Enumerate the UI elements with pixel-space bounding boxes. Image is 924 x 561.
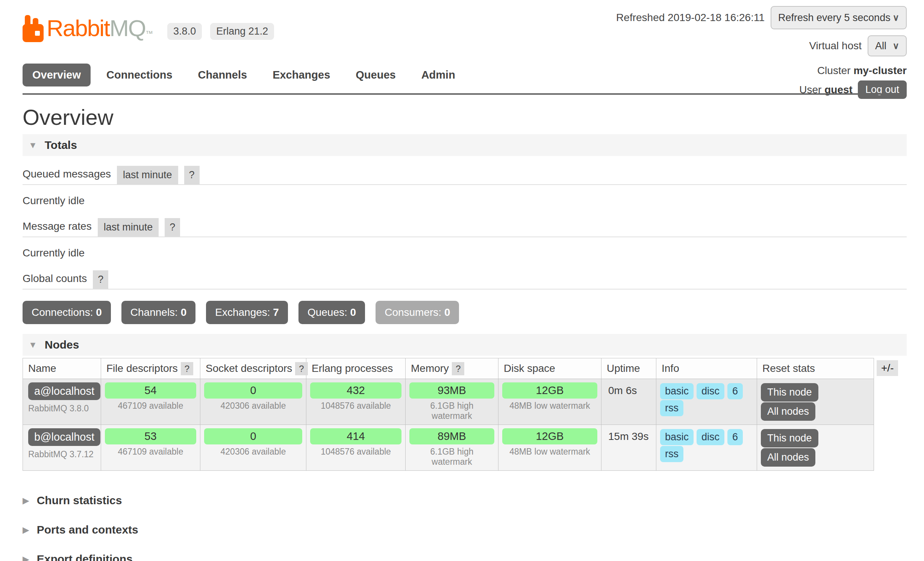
queues-counter-button[interactable]: Queues: 0 xyxy=(298,301,365,324)
rabbitmq-version-badge: 3.8.0 xyxy=(167,23,202,40)
disk-cell: 12GB 48MB low watermark xyxy=(498,379,601,425)
sd-cell: 0 420306 available xyxy=(200,379,306,425)
section-nodes-label: Nodes xyxy=(45,338,79,351)
sd-cell: 0 420306 available xyxy=(200,425,306,471)
tab-channels[interactable]: Channels xyxy=(188,64,257,86)
nodes-table: Name File descriptors? Socket descriptor… xyxy=(23,358,874,471)
message-rates-range-tab[interactable]: last minute xyxy=(98,218,159,237)
node-name-badge[interactable]: b@localhost xyxy=(28,428,100,446)
memory-cell: 93MB 6.1GB high watermark xyxy=(406,379,498,425)
section-ports-and-contexts[interactable]: ▶ Ports and contexts xyxy=(23,523,907,536)
node-row-b: b@localhost RabbitMQ 3.7.12 53 467109 av… xyxy=(23,425,874,471)
chevron-down-icon: ∨ xyxy=(892,12,899,23)
info-cell: basicdisc6rss xyxy=(656,379,757,425)
disk-bar: 12GB xyxy=(502,428,597,444)
section-churn-statistics[interactable]: ▶ Churn statistics xyxy=(23,494,907,507)
info-tag-rss: rss xyxy=(660,400,683,416)
info-tag-rss: rss xyxy=(660,446,683,462)
node-row-a: a@localhost RabbitMQ 3.8.0 54 467109 ava… xyxy=(23,379,874,425)
disk-watermark: 48MB low watermark xyxy=(502,447,597,457)
section-export-definitions[interactable]: ▶ Export definitions xyxy=(23,553,907,561)
proc-available: 1048576 available xyxy=(310,447,401,457)
counter-value: 0 xyxy=(181,306,187,318)
tab-exchanges[interactable]: Exchanges xyxy=(263,64,340,86)
col-uptime: Uptime xyxy=(601,358,656,379)
logo-row: RabbitMQ™ 3.8.0 Erlang 21.2 xyxy=(23,14,274,42)
nav-divider xyxy=(23,93,907,95)
help-icon[interactable]: ? xyxy=(165,218,180,237)
node-version: RabbitMQ 3.7.12 xyxy=(28,449,97,459)
col-name: Name xyxy=(23,358,101,379)
triangle-right-icon: ▶ xyxy=(23,496,29,505)
help-icon[interactable]: ? xyxy=(452,362,464,375)
nav-tabs: Overview Connections Channels Exchanges … xyxy=(23,64,471,86)
message-rates-row: Message rates last minute ? xyxy=(23,218,907,237)
uptime-value: 0m 6s xyxy=(605,382,652,397)
reset-stats-cell: This nodeAll nodes xyxy=(757,379,874,425)
counter-label: Channels: xyxy=(130,306,178,318)
triangle-down-icon: ▼ xyxy=(29,341,37,349)
queued-messages-range-tab[interactable]: last minute xyxy=(117,166,178,184)
section-label: Export definitions xyxy=(37,553,133,561)
info-tag-basic: basic xyxy=(660,429,694,445)
virtual-host-select[interactable]: All ∨ xyxy=(868,35,907,56)
node-name-badge[interactable]: a@localhost xyxy=(28,382,100,400)
reset-all-nodes-button[interactable]: All nodes xyxy=(761,402,815,421)
message-rates-label: Message rates xyxy=(23,220,92,235)
refresh-interval-select[interactable]: Refresh every 5 seconds ∨ xyxy=(771,6,907,29)
global-counts-row: Global counts ? xyxy=(23,270,907,290)
reset-this-node-button[interactable]: This node xyxy=(761,429,818,447)
section-totals-header[interactable]: ▼ Totals xyxy=(23,134,907,156)
memory-bar: 93MB xyxy=(409,382,494,399)
queued-messages-label: Queued messages xyxy=(23,168,111,182)
triangle-down-icon: ▼ xyxy=(29,141,37,150)
memory-watermark: 6.1GB high watermark xyxy=(409,447,494,467)
brand-secondary: MQ xyxy=(109,15,145,41)
tab-queues[interactable]: Queues xyxy=(346,64,405,86)
tab-connections[interactable]: Connections xyxy=(97,64,182,86)
node-name-cell: a@localhost RabbitMQ 3.8.0 xyxy=(23,379,101,425)
section-label: Churn statistics xyxy=(37,494,122,507)
info-tag-basic: basic xyxy=(660,383,694,399)
global-counts-label: Global counts xyxy=(23,273,87,287)
channels-counter-button[interactable]: Channels: 0 xyxy=(121,301,195,324)
fd-available: 467109 available xyxy=(105,447,196,457)
queued-messages-row: Queued messages last minute ? xyxy=(23,166,907,185)
info-tag-disc: disc xyxy=(697,429,724,445)
fd-cell: 53 467109 available xyxy=(101,425,200,471)
rabbitmq-logo-icon xyxy=(23,14,44,42)
section-label: Ports and contexts xyxy=(37,523,138,536)
logout-button[interactable]: Log out xyxy=(858,80,907,99)
version-badges: 3.8.0 Erlang 21.2 xyxy=(167,23,274,40)
tab-overview[interactable]: Overview xyxy=(23,64,91,86)
page-title: Overview xyxy=(23,105,907,130)
tab-admin[interactable]: Admin xyxy=(412,64,465,86)
erlang-version-badge: Erlang 21.2 xyxy=(210,23,274,40)
chevron-down-icon: ∨ xyxy=(892,41,899,51)
connections-counter-button[interactable]: Connections: 0 xyxy=(23,301,111,324)
cluster-label: Cluster xyxy=(817,65,851,77)
reset-all-nodes-button[interactable]: All nodes xyxy=(761,448,815,467)
queued-idle-text: Currently idle xyxy=(23,195,907,207)
fd-bar: 54 xyxy=(105,382,196,399)
proc-bar: 432 xyxy=(310,382,401,399)
help-icon[interactable]: ? xyxy=(184,166,200,184)
uptime-cell: 15m 39s xyxy=(601,425,656,471)
section-nodes-header[interactable]: ▼ Nodes xyxy=(23,334,907,356)
counter-label: Exchanges: xyxy=(215,306,270,318)
rabbitmq-logo[interactable]: RabbitMQ™ xyxy=(23,14,152,42)
help-icon[interactable]: ? xyxy=(93,270,108,289)
virtual-host-label: Virtual host xyxy=(809,40,862,52)
disk-cell: 12GB 48MB low watermark xyxy=(498,425,601,471)
refresh-interval-value: Refresh every 5 seconds xyxy=(778,12,891,24)
header-controls: Refreshed 2019-02-18 16:26:11 Refresh ev… xyxy=(616,6,907,99)
help-icon[interactable]: ? xyxy=(295,362,307,375)
help-icon[interactable]: ? xyxy=(181,362,193,375)
exchanges-counter-button[interactable]: Exchanges: 7 xyxy=(206,301,288,324)
col-file-descriptors: File descriptors? xyxy=(101,358,200,379)
column-selector-button[interactable]: +/- xyxy=(877,360,898,376)
fd-available: 467109 available xyxy=(105,401,196,411)
sd-bar: 0 xyxy=(204,428,302,444)
uptime-cell: 0m 6s xyxy=(601,379,656,425)
reset-this-node-button[interactable]: This node xyxy=(761,383,818,402)
